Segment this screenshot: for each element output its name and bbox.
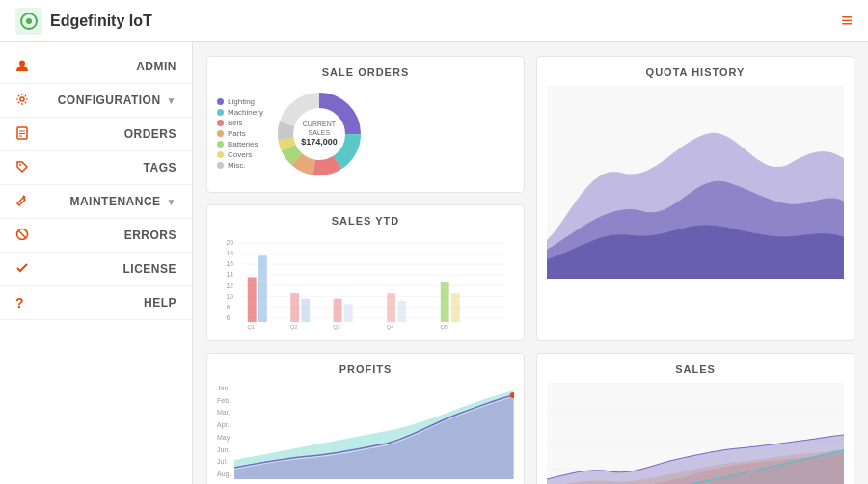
errors-label: ERRORS [124, 229, 176, 242]
sidebar: ADMIN CONFIGURATION ▼ [0, 42, 193, 484]
svg-rect-37 [258, 255, 267, 322]
logo-icon [15, 8, 42, 35]
svg-text:Q1: Q1 [247, 324, 254, 330]
app-header: Edgefinity IoT ≡ [0, 0, 868, 42]
sidebar-item-help[interactable]: ? HELP [0, 286, 192, 320]
tags-icon [15, 160, 29, 176]
svg-rect-38 [290, 293, 299, 322]
logo: Edgefinity IoT [15, 8, 152, 35]
license-icon [15, 261, 29, 278]
sale-legend: Lighting Machinery Bins Parts Batteries … [217, 97, 263, 172]
svg-text:14: 14 [227, 271, 234, 278]
dashboard-content: SALE ORDERS Lighting Machinery Bins Part… [193, 42, 868, 484]
svg-point-2 [19, 60, 25, 66]
svg-text:Q4: Q4 [387, 324, 393, 330]
svg-text:Q3: Q3 [333, 324, 339, 330]
svg-text:18: 18 [227, 250, 234, 256]
svg-rect-40 [334, 299, 342, 322]
svg-line-10 [19, 230, 26, 237]
profits-card: PROFITS Jan. Feb. Mar. Apr. May Jun. Jul… [206, 353, 525, 484]
sales-ytd-chart: 20 18 16 14 12 10 8 6 [217, 234, 514, 331]
sidebar-item-license[interactable]: LICENSE [0, 253, 192, 286]
profits-title: PROFITS [217, 363, 514, 375]
sales-ytd-title: SALES YTD [217, 215, 514, 227]
tags-label: TAGS [144, 161, 176, 175]
svg-point-8 [19, 164, 21, 166]
svg-rect-45 [451, 293, 460, 322]
profits-chart [234, 383, 514, 479]
errors-icon [15, 228, 29, 244]
quota-history-chart [547, 86, 844, 279]
svg-text:20: 20 [227, 239, 234, 246]
svg-point-3 [20, 97, 24, 101]
svg-rect-42 [387, 293, 395, 322]
main-layout: ADMIN CONFIGURATION ▼ [0, 42, 868, 484]
svg-text:16: 16 [227, 260, 234, 267]
maintenance-icon [15, 194, 29, 210]
quota-history-title: QUOTA HISTORY [547, 67, 844, 78]
svg-rect-43 [397, 301, 406, 322]
svg-text:Q2: Q2 [290, 324, 297, 330]
sidebar-item-tags[interactable]: TAGS [0, 151, 192, 185]
svg-rect-44 [441, 282, 449, 322]
user-icon [15, 59, 29, 75]
svg-rect-41 [344, 304, 353, 322]
orders-label: ORDERS [124, 127, 176, 141]
sales-title: SALES [547, 363, 844, 375]
svg-text:8: 8 [227, 304, 231, 310]
chevron-down-icon: ▼ [167, 95, 176, 106]
sales-ytd-card: SALES YTD 20 18 16 14 12 10 8 6 [206, 204, 525, 341]
admin-label: ADMIN [136, 60, 176, 73]
svg-text:10: 10 [227, 293, 234, 300]
help-icon: ? [15, 295, 24, 310]
sidebar-item-errors[interactable]: ERRORS [0, 219, 192, 253]
logo-text: Edgefinity IoT [50, 13, 152, 30]
configuration-label: CONFIGURATION [58, 94, 161, 107]
chevron-down-icon-2: ▼ [167, 197, 176, 207]
sidebar-item-admin[interactable]: ADMIN [0, 50, 192, 84]
sidebar-item-maintenance[interactable]: MAINTENANCE ▼ [0, 185, 192, 219]
svg-text:Q5: Q5 [440, 324, 447, 330]
svg-rect-36 [248, 277, 257, 322]
sales-card: SALES [536, 353, 854, 484]
svg-rect-39 [301, 299, 310, 322]
sidebar-item-orders[interactable]: ORDERS [0, 118, 192, 151]
svg-text:6: 6 [227, 314, 231, 321]
sale-orders-title: SALE ORDERS [217, 67, 514, 78]
svg-text:12: 12 [227, 282, 234, 289]
sale-orders-card: SALE ORDERS Lighting Machinery Bins Part… [206, 56, 525, 193]
help-label: HELP [144, 296, 176, 309]
hamburger-icon[interactable]: ≡ [841, 10, 853, 32]
orders-icon [15, 126, 29, 143]
svg-point-1 [26, 18, 32, 24]
sales-chart [547, 383, 844, 484]
maintenance-label: MAINTENANCE [69, 195, 160, 208]
donut-center: CURRENT SALES $174,000 [295, 120, 343, 148]
quota-history-card: QUOTA HISTORY [536, 56, 854, 341]
config-icon [15, 93, 29, 109]
sidebar-item-configuration[interactable]: CONFIGURATION ▼ [0, 84, 192, 118]
donut-chart: CURRENT SALES $174,000 [271, 86, 367, 182]
license-label: LICENSE [122, 262, 176, 276]
